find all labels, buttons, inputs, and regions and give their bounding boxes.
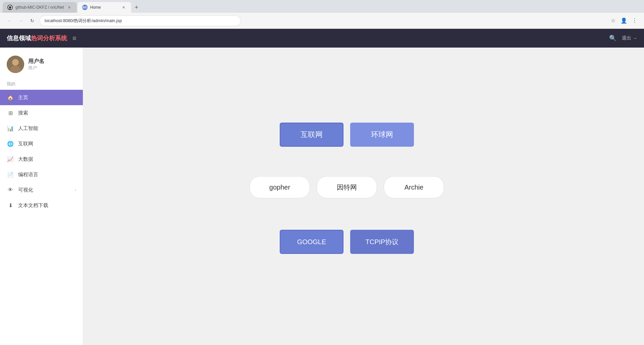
menu-icon[interactable]: ≡	[72, 34, 76, 42]
star-icon[interactable]: ☆	[609, 17, 617, 25]
github-favicon	[7, 5, 13, 10]
svg-point-1	[12, 59, 19, 66]
tab-bar: github-MIC-DKFZ / nnUNet ✕ BD Home ✕ +	[0, 0, 644, 13]
user-info: 用户名 用户	[28, 58, 44, 71]
address-right-icons: ☆ 👤 ⋮	[609, 17, 639, 25]
sidebar-item-ai[interactable]: 📊 人工智能	[0, 121, 83, 136]
forward-button[interactable]: →	[17, 17, 25, 25]
tab-home-title: Home	[90, 5, 118, 10]
url-bar[interactable]: localhost:8080/热词分析/admin/main.jsp	[40, 15, 241, 26]
navbar-brand: 信息领域热词分析系统	[7, 34, 67, 42]
sidebar-item-search[interactable]: ⊞ 搜索	[0, 105, 83, 121]
word-chip-huanqiu[interactable]: 环球网	[350, 123, 414, 147]
main-content: 互联网 环球网 gopher 因特网 Archie	[83, 48, 644, 345]
word-chip-archie[interactable]: Archie	[384, 176, 444, 198]
sidebar: 用户名 用户 我的 🏠 主页 ⊞ 搜索 📊 人工智能	[0, 48, 83, 345]
sidebar-bigdata-label: 大数据	[18, 156, 33, 162]
eye-icon: 👁	[7, 186, 14, 194]
url-text: localhost:8080/热词分析/admin/main.jsp	[45, 18, 122, 24]
brand-normal: 信息领域	[7, 35, 31, 42]
sidebar-section-label: 我的	[0, 78, 83, 90]
chevron-icon: ‹	[75, 188, 76, 192]
logout-icon: →	[633, 36, 637, 41]
word-chip-yintewang[interactable]: 因特网	[317, 176, 377, 198]
tab-github-close[interactable]: ✕	[67, 5, 72, 10]
more-options-icon[interactable]: ⋮	[631, 17, 639, 25]
sidebar-visualization-label: 可视化	[18, 187, 33, 193]
navbar-right: 🔍 退出 →	[609, 34, 637, 42]
download-icon: ⬇	[7, 202, 14, 209]
browser-window: github-MIC-DKFZ / nnUNet ✕ BD Home ✕ + ←…	[0, 0, 644, 345]
address-bar: ← → ↻ localhost:8080/热词分析/admin/main.jsp…	[0, 13, 644, 29]
user-name: 用户名	[28, 58, 44, 65]
new-tab-button[interactable]: +	[132, 3, 141, 12]
sidebar-search-label: 搜索	[18, 110, 28, 116]
tab-github-title: github-MIC-DKFZ / nnUNet	[15, 5, 64, 10]
sidebar-download-label: 文本文档下载	[18, 202, 48, 209]
brand-text: 信息领域热词分析系统	[7, 34, 67, 42]
reload-button[interactable]: ↻	[28, 17, 36, 25]
sidebar-item-programming[interactable]: 📄 编程语言	[0, 167, 83, 182]
sidebar-item-visualization[interactable]: 👁 可视化 ‹	[0, 182, 83, 198]
account-icon[interactable]: 👤	[620, 17, 628, 25]
chart-icon: 📊	[7, 125, 14, 132]
tab-github[interactable]: github-MIC-DKFZ / nnUNet ✕	[3, 2, 77, 13]
user-role: 用户	[28, 65, 44, 71]
content-area: 用户名 用户 我的 🏠 主页 ⊞ 搜索 📊 人工智能	[0, 48, 644, 345]
globe-icon: 🌐	[7, 140, 14, 147]
top-navbar: 信息领域热词分析系统 ≡ 🔍 退出 →	[0, 29, 644, 48]
sidebar-item-internet[interactable]: 🌐 互联网	[0, 136, 83, 151]
tab-home[interactable]: BD Home ✕	[77, 2, 131, 13]
tab-home-close[interactable]: ✕	[121, 5, 126, 10]
user-section: 用户名 用户	[0, 48, 83, 78]
word-cloud: 互联网 环球网 gopher 因特网 Archie	[246, 96, 481, 297]
home-icon: 🏠	[7, 94, 14, 101]
logout-label: 退出	[622, 35, 631, 41]
grid-icon: ⊞	[7, 109, 14, 117]
sidebar-internet-label: 互联网	[18, 141, 33, 147]
sidebar-item-bigdata[interactable]: 📈 大数据	[0, 151, 83, 167]
logout-button[interactable]: 退出 →	[622, 35, 637, 41]
avatar	[7, 56, 24, 73]
file-icon: 📄	[7, 171, 14, 178]
app-container: 信息领域热词分析系统 ≡ 🔍 退出 →	[0, 29, 644, 345]
word-chip-google[interactable]: GOOGLE	[280, 230, 343, 254]
word-chip-tcpip[interactable]: TCPIP协议	[350, 230, 414, 254]
sidebar-item-download[interactable]: ⬇ 文本文档下载	[0, 198, 83, 213]
brand-hot: 热词分析系统	[31, 35, 67, 42]
back-button[interactable]: ←	[5, 17, 13, 25]
search-icon[interactable]: 🔍	[609, 34, 616, 42]
bar-chart-icon: 📈	[7, 155, 14, 163]
sidebar-ai-label: 人工智能	[18, 125, 38, 132]
word-chip-gopher[interactable]: gopher	[250, 176, 310, 198]
sidebar-item-home[interactable]: 🏠 主页	[0, 90, 83, 105]
word-chip-internet[interactable]: 互联网	[280, 123, 343, 147]
home-favicon: BD	[82, 5, 88, 10]
sidebar-programming-label: 编程语言	[18, 171, 38, 178]
sidebar-home-label: 主页	[18, 94, 28, 101]
